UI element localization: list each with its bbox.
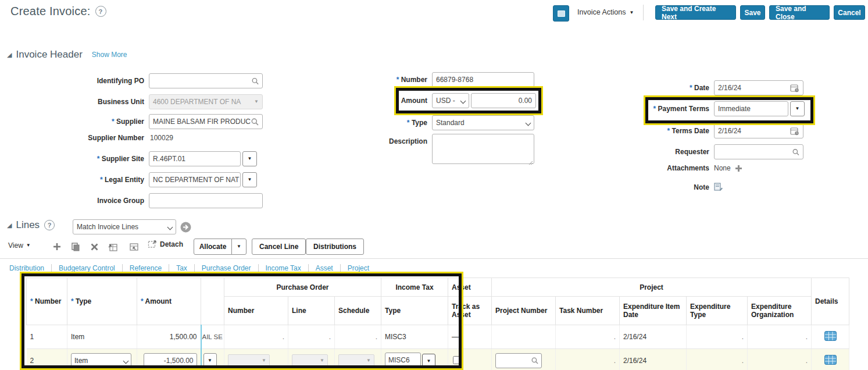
col-header-amount[interactable]: Amount [137, 278, 201, 325]
row2-unlabeled-dropdown-button[interactable]: ▼ [203, 353, 217, 368]
row1-unlabeled-cell[interactable]: AIL SE [201, 325, 224, 349]
allocate-dropdown-button[interactable]: ▼ [231, 239, 247, 255]
row1-type-cell[interactable]: Item [67, 325, 137, 349]
amount-currency-select[interactable]: USD - [432, 93, 469, 108]
row2-project-number-text[interactable] [499, 357, 531, 365]
row1-amount-cell[interactable]: 1,500.00 [137, 325, 201, 349]
legal-entity-dropdown-button[interactable]: ▼ [242, 172, 257, 187]
resize-grip-icon[interactable] [528, 160, 533, 165]
row1-po-schedule-cell[interactable]: . [335, 325, 381, 349]
tab-tax[interactable]: Tax [169, 264, 195, 272]
date-picker-icon[interactable] [790, 84, 799, 92]
row1-number-cell[interactable]: 1 [27, 325, 67, 349]
invoice-actions-menu[interactable]: Invoice Actions ▼ [577, 8, 634, 16]
description-textarea[interactable] [432, 134, 534, 164]
col-header-income-tax-type[interactable]: Type [381, 297, 448, 325]
col-header-track-as-asset[interactable]: Track as Asset [448, 297, 492, 325]
row2-income-tax-text[interactable] [388, 356, 417, 364]
save-and-create-next-button[interactable]: Save and Create Next [655, 5, 736, 20]
date-input[interactable]: 2/16/24 [714, 80, 803, 95]
show-more-link[interactable]: Show More [92, 51, 127, 59]
tab-asset[interactable]: Asset [309, 264, 341, 272]
supplier-input[interactable]: MAINE BALSAM FIR PRODUC [149, 114, 263, 129]
details-grid-icon[interactable] [824, 355, 837, 365]
help-icon[interactable]: ? [44, 220, 55, 230]
view-menu[interactable]: View ▼ [8, 241, 31, 250]
match-invoice-lines-select[interactable]: Match Invoice Lines [73, 219, 176, 234]
supplier-site-dropdown-button[interactable]: ▼ [242, 151, 257, 166]
row2-expenditure-organization-cell[interactable]: . [748, 349, 812, 370]
amount-input[interactable]: 0.00 [471, 93, 536, 108]
row1-po-number-cell[interactable]: . [224, 325, 288, 349]
duplicate-icon[interactable] [69, 240, 83, 254]
row1-expenditure-item-date-cell[interactable]: 2/16/24 [620, 325, 687, 349]
row2-income-tax-dropdown-button[interactable]: ▼ [422, 354, 435, 369]
col-header-po-number[interactable]: Number [224, 297, 288, 325]
note-icon[interactable] [714, 183, 723, 191]
tab-budgetary-control[interactable]: Budgetary Control [52, 264, 123, 272]
invoice-group-input[interactable] [149, 193, 263, 208]
row2-task-number-cell[interactable]: . [556, 349, 620, 370]
row2-expenditure-item-date-cell[interactable]: 2/16/24 [620, 349, 687, 370]
col-header-po-schedule[interactable]: Schedule [335, 297, 381, 325]
personalization-window-button[interactable] [553, 5, 569, 22]
save-and-close-button[interactable]: Save and Close [769, 5, 830, 20]
add-attachment-icon[interactable] [735, 165, 742, 172]
detach-control[interactable]: Detach [148, 240, 183, 248]
row2-project-number-input[interactable] [495, 353, 542, 368]
tab-purchase-order[interactable]: Purchase Order [195, 264, 259, 272]
search-icon[interactable] [252, 77, 259, 85]
collapse-triangle-icon[interactable]: ◢ [7, 51, 12, 59]
col-header-project-number[interactable]: Project Number [492, 297, 556, 325]
details-grid-icon[interactable] [824, 331, 837, 341]
save-button[interactable]: Save [740, 5, 765, 20]
search-icon[interactable] [792, 148, 799, 156]
col-header-type[interactable]: Type [67, 278, 137, 325]
type-select[interactable]: Standard [432, 115, 534, 130]
row1-expenditure-type-cell[interactable]: . [687, 325, 748, 349]
row1-task-number-cell[interactable]: . [556, 325, 620, 349]
row2-amount-input[interactable] [144, 353, 197, 368]
row1-po-line-cell[interactable]: . [288, 325, 335, 349]
tab-distribution[interactable]: Distribution [8, 264, 52, 272]
help-icon[interactable]: ? [95, 6, 106, 17]
identifying-po-text[interactable] [153, 77, 252, 85]
cancel-line-button[interactable]: Cancel Line [252, 239, 306, 255]
col-header-number[interactable]: Number [27, 278, 67, 325]
go-button-icon[interactable] [180, 222, 191, 233]
tab-reference[interactable]: Reference [123, 264, 169, 272]
row2-type-select[interactable]: Item [71, 353, 131, 368]
col-header-po-line[interactable]: Line [288, 297, 335, 325]
payment-terms-dropdown-button[interactable]: ▼ [790, 101, 805, 116]
terms-date-input[interactable]: 2/16/24 [714, 123, 803, 138]
supplier-site-input[interactable]: R.46PT.01 [149, 151, 241, 166]
collapse-triangle-icon[interactable]: ◢ [7, 222, 12, 229]
row2-expenditure-type-cell[interactable]: . [687, 349, 748, 370]
row1-expenditure-organization-cell[interactable]: . [748, 325, 812, 349]
row1-track-as-asset-cell[interactable]: — [448, 325, 492, 349]
wrap-icon[interactable] [127, 240, 141, 254]
distributions-button[interactable]: Distributions [306, 239, 364, 255]
row2-track-as-asset-checkbox[interactable] [453, 356, 461, 364]
date-picker-icon[interactable] [790, 127, 799, 136]
search-icon[interactable] [531, 357, 538, 364]
requester-text[interactable] [718, 148, 792, 156]
col-header-task-number[interactable]: Task Number [556, 297, 620, 325]
freeze-icon[interactable] [106, 240, 120, 254]
tab-income-tax[interactable]: Income Tax [259, 264, 309, 272]
legal-entity-input[interactable]: NC DEPARTMENT OF NAT [149, 172, 241, 187]
row2-amount-text[interactable] [147, 357, 194, 365]
tab-project[interactable]: Project [341, 264, 376, 272]
col-header-expenditure-organization[interactable]: Expenditure Organization [748, 297, 812, 325]
invoice-group-text[interactable] [153, 197, 259, 205]
identifying-po-input[interactable] [149, 73, 263, 88]
search-icon[interactable] [251, 118, 259, 126]
number-input[interactable]: 66879-8768 [432, 72, 534, 87]
allocate-button[interactable]: Allocate [194, 239, 232, 255]
row1-income-tax-type-cell[interactable]: MISC3 [381, 325, 448, 349]
delete-icon[interactable] [87, 240, 101, 254]
row1-project-number-cell[interactable] [492, 325, 556, 349]
row2-number-cell[interactable]: 2 [27, 349, 67, 370]
cancel-button[interactable]: Cancel [834, 5, 865, 20]
requester-input[interactable] [714, 144, 803, 159]
